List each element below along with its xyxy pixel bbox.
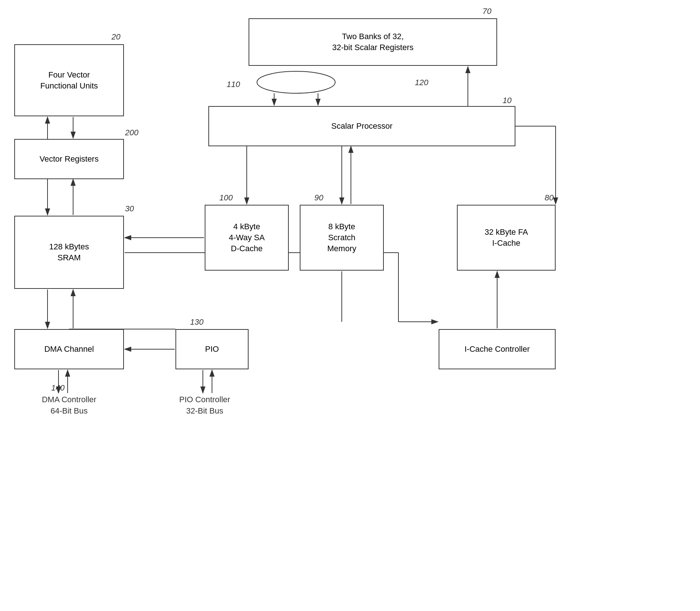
four-vector-box: Four VectorFunctional Units [14, 44, 124, 116]
two-banks-box: Two Banks of 32,32-bit Scalar Registers [249, 18, 497, 66]
ref-130: 130 [190, 317, 204, 327]
bus-ellipse [256, 71, 336, 94]
dcache-label: 4 kByte4-Way SAD-Cache [229, 221, 265, 254]
ref-120: 120 [415, 78, 428, 87]
pio-ctrl-label: PIO Controller32-Bit Bus [154, 394, 256, 417]
vector-registers-box: Vector Registers [14, 139, 124, 179]
scratch-box: 8 kByteScratchMemory [300, 205, 384, 271]
diagram-container: Four VectorFunctional Units Two Banks of… [0, 0, 700, 611]
dma-ctrl-label: DMA Controller64-Bit Bus [14, 394, 124, 417]
vector-registers-label: Vector Registers [39, 154, 98, 165]
two-banks-label: Two Banks of 32,32-bit Scalar Registers [332, 31, 414, 53]
sram-box: 128 kBytesSRAM [14, 216, 124, 289]
scalar-processor-label: Scalar Processor [331, 121, 393, 132]
ref-110: 110 [227, 80, 240, 89]
scratch-label: 8 kByteScratchMemory [327, 221, 356, 254]
ref-10: 10 [503, 96, 511, 105]
icache-label: 32 kByte FAI-Cache [485, 227, 528, 248]
pio-box: PIO [175, 329, 249, 369]
dcache-box: 4 kByte4-Way SAD-Cache [205, 205, 289, 271]
dma-channel-label: DMA Channel [44, 344, 94, 355]
scalar-processor-box: Scalar Processor [208, 106, 515, 146]
ref-30: 30 [125, 204, 134, 214]
icache-controller-label: I-Cache Controller [465, 344, 530, 355]
ref-90: 90 [314, 193, 323, 203]
svg-point-30 [257, 71, 335, 93]
icache-box: 32 kByte FAI-Cache [457, 205, 556, 271]
ref-20: 20 [111, 32, 120, 42]
ref-100: 100 [219, 193, 233, 203]
ref-200: 200 [125, 128, 139, 137]
ref-80: 80 [545, 193, 553, 203]
four-vector-label: Four VectorFunctional Units [40, 69, 98, 91]
dma-channel-box: DMA Channel [14, 329, 124, 369]
pio-label: PIO [205, 344, 219, 355]
sram-label: 128 kBytesSRAM [49, 241, 89, 263]
ref-70: 70 [483, 7, 491, 16]
ref-140: 140 [51, 383, 65, 393]
icache-controller-box: I-Cache Controller [439, 329, 556, 369]
